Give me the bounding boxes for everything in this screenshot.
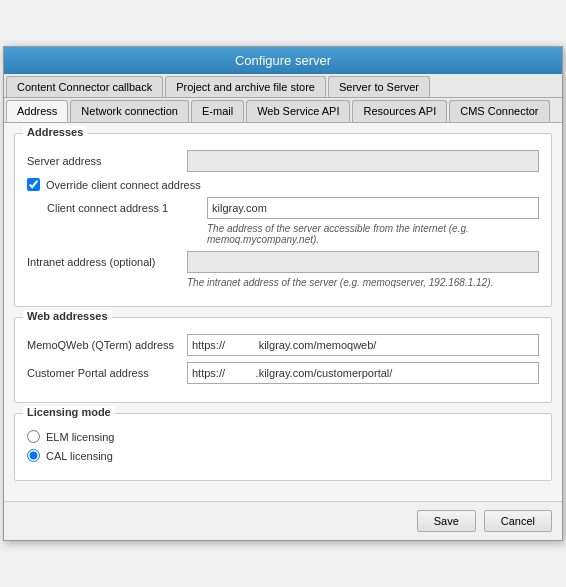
client-connect-hint: The address of the server accessible fro… — [207, 223, 539, 245]
intranet-input[interactable] — [187, 251, 539, 273]
cal-label: CAL licensing — [46, 450, 113, 462]
client-connect-row: Client connect address 1 — [47, 197, 539, 219]
licensing-radio-group: ELM licensing CAL licensing — [27, 430, 539, 462]
configure-server-dialog: Configure server Content Connector callb… — [3, 46, 563, 541]
tab-content-connector[interactable]: Content Connector callback — [6, 76, 163, 97]
cal-radio-row: CAL licensing — [27, 449, 539, 462]
client-connect-input[interactable] — [207, 197, 539, 219]
tab-web-service-api[interactable]: Web Service API — [246, 100, 350, 122]
dialog-title: Configure server — [4, 47, 562, 74]
tab-project-archive[interactable]: Project and archive file store — [165, 76, 326, 97]
intranet-row: Intranet address (optional) — [27, 251, 539, 273]
override-checkbox-row: Override client connect address — [27, 178, 539, 191]
tab-content-area: Addresses Server address Override client… — [4, 123, 562, 501]
elm-radio[interactable] — [27, 430, 40, 443]
client-connect-label: Client connect address 1 — [47, 202, 207, 214]
web-addresses-section-title: Web addresses — [23, 310, 112, 322]
memoqweb-label: MemoQWeb (QTerm) address — [27, 339, 187, 351]
tab-resources-api[interactable]: Resources API — [352, 100, 447, 122]
licensing-section: Licensing mode ELM licensing CAL licensi… — [14, 413, 552, 481]
intranet-label: Intranet address (optional) — [27, 256, 187, 268]
tab-network-connection[interactable]: Network connection — [70, 100, 189, 122]
override-label: Override client connect address — [46, 179, 201, 191]
cancel-button[interactable]: Cancel — [484, 510, 552, 532]
sub-tab-bar: Address Network connection E-mail Web Se… — [4, 98, 562, 123]
dialog-footer: Save Cancel — [4, 501, 562, 540]
server-address-input[interactable] — [187, 150, 539, 172]
cal-radio[interactable] — [27, 449, 40, 462]
memoqweb-input[interactable] — [187, 334, 539, 356]
server-address-label: Server address — [27, 155, 187, 167]
top-tab-bar: Content Connector callback Project and a… — [4, 74, 562, 98]
override-checkbox[interactable] — [27, 178, 40, 191]
server-address-row: Server address — [27, 150, 539, 172]
licensing-section-title: Licensing mode — [23, 406, 115, 418]
save-button[interactable]: Save — [417, 510, 476, 532]
web-addresses-section: Web addresses MemoQWeb (QTerm) address C… — [14, 317, 552, 403]
customer-portal-row: Customer Portal address — [27, 362, 539, 384]
addresses-section: Addresses Server address Override client… — [14, 133, 552, 307]
intranet-hint: The intranet address of the server (e.g.… — [187, 277, 539, 288]
client-connect-group: Client connect address 1 The address of … — [47, 197, 539, 245]
elm-label: ELM licensing — [46, 431, 114, 443]
memoqweb-row: MemoQWeb (QTerm) address — [27, 334, 539, 356]
tab-server-to-server[interactable]: Server to Server — [328, 76, 430, 97]
customer-portal-input[interactable] — [187, 362, 539, 384]
tab-email[interactable]: E-mail — [191, 100, 244, 122]
elm-radio-row: ELM licensing — [27, 430, 539, 443]
addresses-section-title: Addresses — [23, 126, 87, 138]
tab-address[interactable]: Address — [6, 100, 68, 122]
customer-portal-label: Customer Portal address — [27, 367, 187, 379]
tab-cms-connector[interactable]: CMS Connector — [449, 100, 549, 122]
